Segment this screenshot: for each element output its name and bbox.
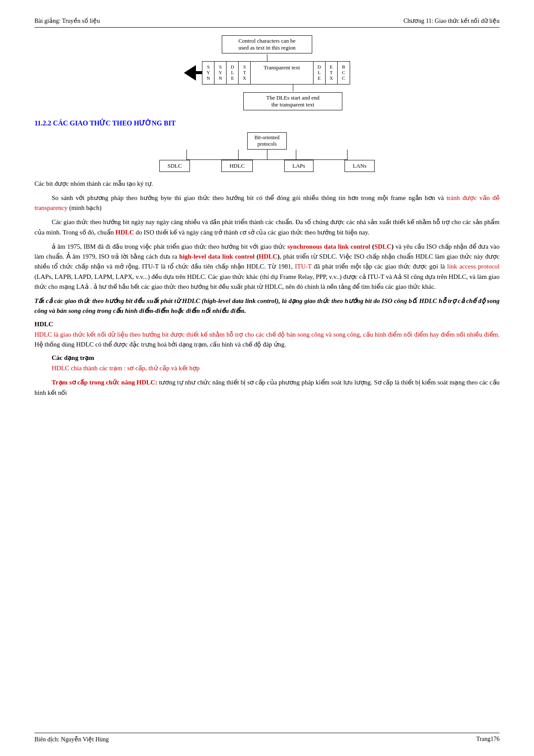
page-header: Bài giảng: Truyền số liệu Chương 11: Gia…	[34, 17, 500, 28]
diagram2-bit-oriented: Bit-orientedprotocols SDLC HDLC LAPs LAN…	[34, 132, 500, 172]
footer-right: Trang176	[476, 736, 500, 743]
hdlc-chia-text: HDLC chia thành các trạm : sơ cấp, thứ c…	[52, 365, 200, 372]
paragraph-3: Các giao thức theo hướng bit ngày nay ng…	[34, 217, 500, 237]
italic-block: Tất cả các giao thức theo hướng bit đều …	[34, 296, 500, 316]
hdlc-intro-paragraph: HDLC là giao thức kết nối dữ liệu theo h…	[34, 330, 500, 350]
lap-ref: link access protocol	[447, 263, 500, 270]
frame-cells: SYN SYN DLE STX Transparent text DLE ETX…	[202, 61, 350, 84]
diagram2-box-hdlc: HDLC	[221, 160, 253, 172]
hdlc-subheading: HDLC	[34, 321, 500, 328]
header-left: Bài giảng: Truyền số liệu	[34, 17, 100, 25]
cac-dang-tram-heading: Các dạng trạm	[52, 354, 500, 362]
footer-left: Biên dịch: Nguyễn Việt Hùng	[34, 736, 109, 743]
diagram2-box-sdlc: SDLC	[159, 160, 190, 172]
header-right: Chương 11: Giao thức kết nối dữ liệu	[404, 17, 500, 25]
hdlc-intro-red: HDLC là giao thức kết nối dữ liệu theo h…	[34, 331, 500, 338]
paragraph-2: So sánh với phương pháp theo hướng byte …	[34, 193, 500, 213]
diagram1-top-callout: Control characters can beused as text in…	[222, 35, 312, 53]
sdlc-abbr: (SDLC)	[372, 243, 394, 250]
hdlc-label: high-level data link control	[179, 253, 255, 260]
page-footer: Biên dịch: Nguyễn Việt Hùng Trang176	[34, 733, 500, 743]
itu-t-ref: ITU-T	[295, 263, 312, 270]
paragraph-4: ả ăm 1975, IBM đã đi đầu trong việc phát…	[34, 242, 500, 292]
paragraph-1: Các bit được nhóm thành các mẫu tạo ký t…	[34, 179, 500, 189]
diagram1-bottom-callout: The DLEs start and endthe transparent te…	[243, 92, 342, 110]
diagram2-box-lans: LANs	[345, 160, 375, 172]
diagram2-top-box: Bit-orientedprotocols	[247, 132, 287, 150]
tram-so-cap-paragraph: Trạm sơ cấp trong chức năng HDLC: tương …	[34, 378, 500, 398]
section-heading-1122: 11.2.2 CÁC GIAO THỨC THEO HƯỚNG BIT	[34, 119, 500, 127]
left-arrow	[184, 65, 196, 81]
hdlc-ref-1: HDLC	[115, 229, 134, 236]
diagram2-bottom-boxes: SDLC HDLC LAPs LANs	[159, 160, 375, 172]
page: Bài giảng: Truyền số liệu Chương 11: Gia…	[0, 0, 534, 756]
diagram2-box-laps: LAPs	[284, 160, 314, 172]
diagram1-transparent-text: Control characters can beused as text in…	[34, 35, 500, 110]
hdlc-abbr: (HDLC)	[257, 253, 279, 260]
tram-so-cap-label: Trạm sơ cấp trong chức năng HDLC:	[52, 379, 157, 386]
hdlc-chia: HDLC chia thành các trạm : sơ cấp, thứ c…	[52, 363, 500, 373]
link-transparency: tránh được vấn đề transparency	[34, 194, 500, 211]
sdlc-ref: synchronous data link control	[287, 243, 370, 250]
